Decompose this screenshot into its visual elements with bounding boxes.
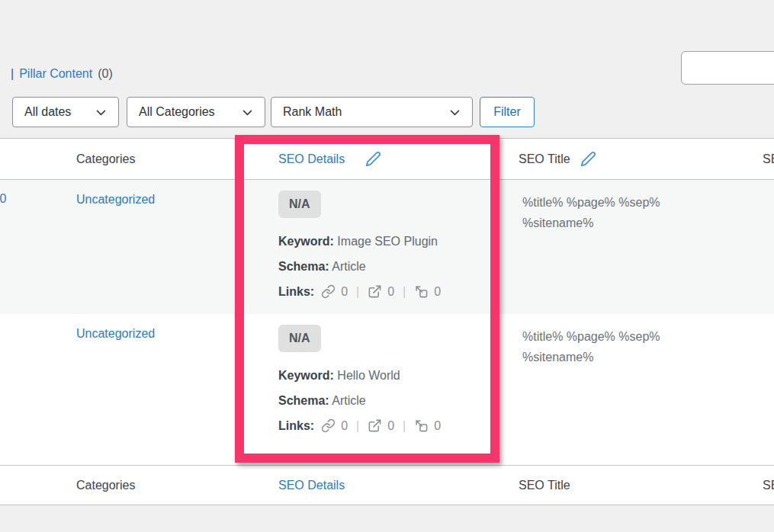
- external-links-count: 0: [387, 413, 394, 438]
- post-title-cell: .0: [0, 180, 69, 206]
- seo-details-cell: N/A Keyword: Image SEO Plugin Schema: Ar…: [263, 180, 507, 304]
- post-title-link-fragment[interactable]: .0: [0, 192, 6, 206]
- table-footer-row: Categories SEO Details SEO Title SE: [0, 465, 774, 505]
- dates-dropdown[interactable]: All dates: [12, 97, 119, 127]
- header-title-column: [0, 153, 69, 165]
- categories-cell: Uncategorized: [69, 180, 263, 207]
- seo-title-value: %title% %page% %sep% %sitename%: [522, 326, 728, 367]
- header-categories: Categories: [69, 152, 263, 166]
- internal-links-count: 0: [341, 413, 348, 438]
- rank-math-filter-dropdown[interactable]: Rank Math: [271, 97, 473, 127]
- schema-label: Schema:: [278, 260, 329, 273]
- schema-line: Schema: Article: [278, 254, 507, 279]
- external-link-icon: [368, 418, 382, 433]
- seo-title-value: %title% %page% %sep% %sitename%: [522, 192, 728, 233]
- external-link-icon: [368, 284, 382, 299]
- post-title-cell: [0, 314, 69, 340]
- posts-table: Categories SEO Details SEO Title SE .0 U…: [0, 138, 774, 505]
- footer-title-column: [0, 479, 69, 492]
- chain-link-icon: [321, 284, 336, 299]
- seo-score-badge: N/A: [278, 191, 321, 218]
- links-label: Links:: [278, 413, 314, 438]
- footer-seo-details: SEO Details: [263, 479, 507, 492]
- incoming-link-icon: [414, 284, 429, 299]
- links-label: Links:: [278, 279, 314, 304]
- seo-details-cell: N/A Keyword: Hello World Schema: Article…: [263, 314, 507, 438]
- keyword-label: Keyword:: [278, 235, 334, 248]
- chevron-down-icon: [95, 106, 108, 119]
- table-header-row: Categories SEO Details SEO Title SE: [0, 139, 774, 180]
- schema-value: Article: [332, 394, 365, 407]
- incoming-link-icon: [414, 418, 429, 433]
- internal-links-count: 0: [341, 279, 348, 304]
- keyword-line: Keyword: Hello World: [278, 363, 507, 388]
- links-line: Links: 0 | 0 | 0: [278, 279, 507, 304]
- table-row: Uncategorized N/A Keyword: Hello World S…: [0, 314, 774, 465]
- header-seo-title: SEO Title: [507, 151, 751, 167]
- footer-seo-title: SEO Title: [507, 479, 751, 492]
- pillar-content-link[interactable]: Pillar Content: [19, 67, 92, 81]
- incoming-links-count: 0: [434, 413, 441, 438]
- seo-details-header-link[interactable]: SEO Details: [278, 152, 345, 166]
- keyword-value: Hello World: [337, 369, 400, 382]
- seo-details-footer-link[interactable]: SEO Details: [278, 479, 345, 492]
- footer-se-clipped: SE: [751, 479, 774, 492]
- external-links-count: 0: [387, 279, 394, 304]
- links-separator: |: [403, 413, 406, 438]
- edit-pencil-icon[interactable]: [365, 151, 381, 167]
- schema-line: Schema: Article: [278, 388, 507, 413]
- category-link[interactable]: Uncategorized: [76, 327, 155, 340]
- links-line: Links: 0 | 0 | 0: [278, 413, 507, 438]
- header-seo-details: SEO Details: [263, 151, 507, 167]
- filter-bar: All dates All Categories Rank Math Filte…: [12, 97, 535, 127]
- chevron-down-icon: [241, 106, 254, 119]
- footer-categories: Categories: [69, 479, 263, 492]
- edit-pencil-icon[interactable]: [580, 151, 596, 167]
- header-se-clipped: SE: [751, 152, 774, 166]
- links-separator: |: [356, 279, 359, 304]
- chain-link-icon: [321, 418, 336, 433]
- table-row: .0 Uncategorized N/A Keyword: Image SEO …: [0, 180, 774, 314]
- schema-label: Schema:: [278, 394, 329, 407]
- search-input[interactable]: [681, 51, 774, 85]
- category-link[interactable]: Uncategorized: [76, 193, 155, 206]
- filter-button[interactable]: Filter: [480, 97, 535, 127]
- seo-score-badge: N/A: [278, 325, 321, 352]
- categories-dropdown-value: All Categories: [139, 105, 215, 119]
- seo-title-header-label: SEO Title: [519, 152, 570, 166]
- rank-math-filter-value: Rank Math: [283, 105, 342, 119]
- categories-dropdown[interactable]: All Categories: [127, 97, 265, 127]
- schema-value: Article: [332, 260, 365, 273]
- incoming-links-count: 0: [434, 279, 441, 304]
- links-separator: |: [403, 279, 406, 304]
- links-separator: |: [356, 413, 359, 438]
- categories-cell: Uncategorized: [69, 314, 263, 341]
- dates-dropdown-value: All dates: [24, 105, 71, 119]
- keyword-line: Keyword: Image SEO Plugin: [278, 229, 507, 254]
- pillar-content-count: (0): [98, 67, 113, 81]
- views-separator: |: [11, 67, 14, 81]
- seo-title-cell: %title% %page% %sep% %sitename%: [507, 314, 751, 367]
- chevron-down-icon: [448, 106, 461, 119]
- views-list: | Pillar Content (0): [11, 67, 113, 81]
- keyword-value: Image SEO Plugin: [337, 235, 438, 248]
- keyword-label: Keyword:: [278, 369, 334, 382]
- seo-title-cell: %title% %page% %sep% %sitename%: [507, 180, 751, 233]
